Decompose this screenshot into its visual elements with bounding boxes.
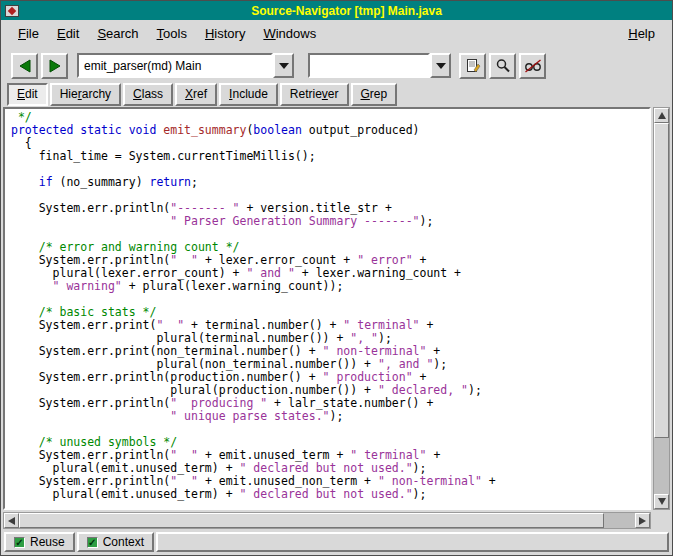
menu-item-edit[interactable]: Edit [48,21,88,46]
symbol-combo-value[interactable]: emit_parser(md) Main [77,53,273,78]
back-button[interactable] [11,53,38,79]
horizontal-scroll-thumb[interactable] [19,513,604,528]
glasses-slash-icon [524,58,542,74]
tab-hierarchy[interactable]: Hierarchy [50,83,121,106]
triangle-right-icon [639,517,646,525]
status-message-area [156,532,669,552]
triangle-left-icon [8,517,15,525]
open-editor-button[interactable] [459,53,486,79]
triangle-up-icon [658,112,666,119]
scrollbar-corner [651,512,670,529]
horizontal-scroll-trough[interactable] [19,513,635,528]
horizontal-scroll-row [1,512,672,529]
search-combo-dropdown-button[interactable] [430,53,451,78]
menu-left-group: FileEditSearchToolsHistoryWindows [9,21,325,46]
reuse-toggle[interactable]: ✓ Reuse [4,532,75,552]
context-checkbox-icon[interactable]: ✓ [87,537,98,548]
retriever-button[interactable] [519,53,546,79]
vertical-scrollbar[interactable] [653,107,670,510]
tab-edit[interactable]: Edit [7,83,48,106]
search-combo-value[interactable] [308,53,430,78]
vertical-scroll-trough[interactable] [654,123,669,494]
tab-class[interactable]: Class [123,83,173,106]
editor-region: */protected static void emit_summary(boo… [1,107,672,510]
menu-item-file[interactable]: File [9,21,48,46]
search-combo [308,53,451,78]
reuse-label: Reuse [30,535,65,549]
code-line: final_time = System.currentTimeMillis(); [11,150,649,163]
app-window: Source-Navigator [tmp] Main.java FileEdi… [0,0,673,556]
code-area: */protected static void emit_summary(boo… [11,111,649,501]
tab-xref[interactable]: Xref [175,83,217,106]
vertical-scroll-thumb[interactable] [654,123,669,438]
scroll-right-button[interactable] [635,513,650,528]
tab-grep[interactable]: Grep [351,83,398,106]
view-tabbar: EditHierarchyClassXrefIncludeRetrieverGr… [1,84,672,107]
reuse-checkbox-icon[interactable]: ✓ [14,537,25,548]
menu-item-tools[interactable]: Tools [148,21,196,46]
code-line: " warning" + plural(lexer.warning_count)… [11,280,649,293]
chevron-down-icon [436,63,446,69]
code-line: plural(emit.unused_term) + " declared bu… [11,488,649,501]
search-icon [495,58,511,74]
menu-item-history[interactable]: History [196,21,254,46]
titlebar[interactable]: Source-Navigator [tmp] Main.java [1,1,672,20]
code-line: " unique parse states."); [11,410,649,423]
forward-button[interactable] [41,53,68,79]
toolbar: emit_parser(md) Main [1,47,672,84]
symbol-combo: emit_parser(md) Main [77,53,294,78]
menu-item-help[interactable]: Help [619,21,664,46]
menubar: FileEditSearchToolsHistoryWindows Help [1,20,672,47]
code-line: protected static void emit_summary(boole… [11,124,649,137]
symbol-combo-dropdown-button[interactable] [273,53,294,78]
menu-item-windows[interactable]: Windows [254,21,325,46]
triangle-down-icon [658,498,666,505]
window-menu-icon[interactable] [5,5,19,17]
menu-item-search[interactable]: Search [88,21,147,46]
tab-include[interactable]: Include [219,83,278,106]
code-line: if (no_summary) return; [11,176,649,189]
context-toggle[interactable]: ✓ Context [77,532,154,552]
tab-retriever[interactable]: Retriever [280,83,349,106]
menu-right-group: Help [619,21,664,46]
forward-arrow-icon [46,58,64,74]
scroll-up-button[interactable] [654,108,669,123]
horizontal-scrollbar[interactable] [3,512,651,529]
document-edit-icon [465,58,481,74]
code-editor[interactable]: */protected static void emit_summary(boo… [3,107,651,510]
statusbar: ✓ Reuse ✓ Context [1,529,672,555]
back-arrow-icon [16,58,34,74]
find-button[interactable] [489,53,516,79]
scroll-down-button[interactable] [654,494,669,509]
context-label: Context [103,535,144,549]
window-title: Source-Navigator [tmp] Main.java [25,4,668,18]
code-line: " Parser Generation Summary -------"); [11,215,649,228]
chevron-down-icon [279,63,289,69]
scroll-left-button[interactable] [4,513,19,528]
